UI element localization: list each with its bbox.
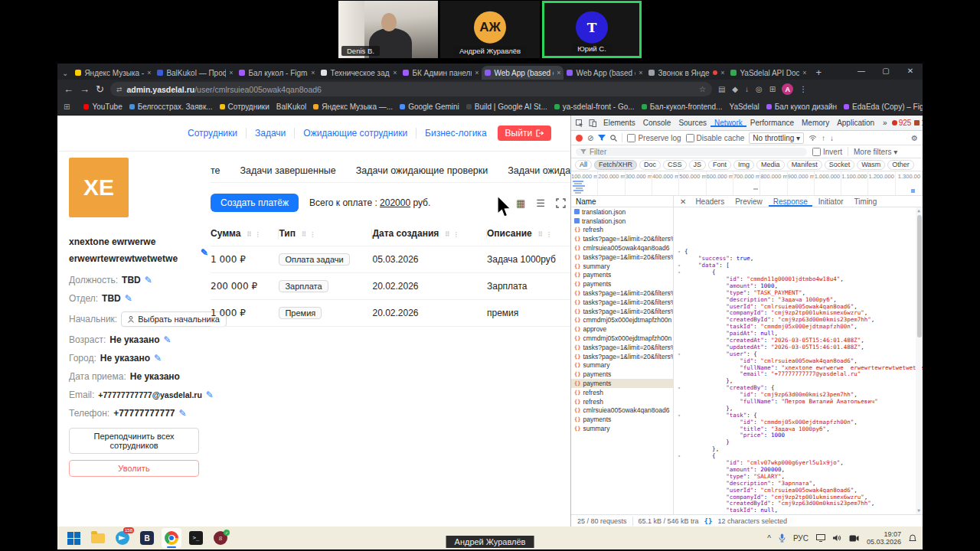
filter-chip[interactable]: CSS: [663, 160, 687, 170]
request-row[interactable]: {}payments: [571, 370, 673, 379]
filter-chip[interactable]: Doc: [639, 160, 661, 170]
filter-chip[interactable]: All: [575, 160, 592, 170]
filter-chip[interactable]: Manifest: [787, 160, 822, 170]
bookmark-item[interactable]: Сотрудники: [220, 103, 270, 111]
filter-chip[interactable]: Socket: [825, 160, 855, 170]
filter-chip[interactable]: Img: [733, 160, 754, 170]
filter-chip[interactable]: Media: [756, 160, 785, 170]
nav-link[interactable]: Бизнес-логика: [425, 128, 486, 139]
messenger-app-button[interactable]: B: [137, 528, 157, 548]
filter-chip[interactable]: Font: [708, 160, 731, 170]
grid-view-icon[interactable]: ▦: [516, 197, 525, 209]
requests-count[interactable]: 25 / 80 requests: [577, 517, 627, 525]
request-row[interactable]: translation.json: [571, 217, 673, 226]
devtools-tab-application[interactable]: Application: [833, 119, 878, 127]
request-row[interactable]: {}tasks?page=1&limit=20&filters%5...: [571, 289, 673, 298]
minimize-button[interactable]: —: [849, 64, 874, 78]
device-toolbar-icon[interactable]: [586, 119, 599, 127]
bookmark-item[interactable]: Build | Google AI St...: [466, 103, 547, 111]
fold-marker-icon[interactable]: ▾: [674, 453, 684, 460]
table-row[interactable]: 200 000 ₽Зарплата20.02.2026Зарплата: [211, 273, 570, 300]
subtab[interactable]: Задачи завершенные: [240, 165, 336, 176]
browser-menu-icon[interactable]: ⋮: [799, 85, 808, 93]
throttling-select[interactable]: No throttling ▾: [749, 132, 804, 144]
clock[interactable]: 19:0705.03.2026: [867, 530, 901, 546]
table-column-header[interactable]: Описание⠿ ⋮: [487, 221, 570, 246]
download-icon[interactable]: ↓: [745, 85, 749, 93]
back-button[interactable]: ←: [64, 83, 74, 95]
request-row[interactable]: {}summary: [571, 361, 673, 370]
devtools-more-tabs-icon[interactable]: »: [879, 116, 891, 130]
request-row[interactable]: {}payments: [571, 271, 673, 280]
export-har-icon[interactable]: ↓: [830, 134, 834, 142]
column-drag-handle-icon[interactable]: ⠿ ⋮: [302, 231, 316, 238]
close-button[interactable]: ✕: [898, 64, 923, 78]
scroll-up-icon[interactable]: ▲: [916, 207, 922, 214]
fold-marker-icon[interactable]: ▾: [674, 262, 684, 269]
tab-search-chevron-icon[interactable]: ⌄: [60, 69, 72, 80]
bookmark-item[interactable]: Яндекс Музыка —...: [313, 103, 393, 111]
response-tab-preview[interactable]: Preview: [730, 197, 767, 207]
devtools-tab-performance[interactable]: Performance: [746, 119, 798, 127]
browser-tab[interactable]: БК Админ панель (п×: [400, 66, 482, 80]
nav-link[interactable]: Сотрудники: [188, 128, 237, 139]
table-column-header[interactable]: Дата создания⠿ ⋮: [372, 221, 487, 246]
browser-profile-avatar[interactable]: A: [782, 83, 793, 95]
bookmark-item[interactable]: Бал-кукол-frontend...: [642, 103, 723, 111]
reload-button[interactable]: ↻: [96, 83, 104, 95]
disable-cache-checkbox[interactable]: Disable cache: [686, 134, 745, 142]
tray-expand-icon[interactable]: ^: [767, 534, 771, 543]
recorder-app-button[interactable]: 8✓: [211, 528, 230, 548]
fold-marker-icon[interactable]: ▾: [674, 249, 684, 256]
scroll-down-icon[interactable]: ▼: [916, 507, 922, 514]
request-row[interactable]: {}payments: [571, 379, 673, 388]
participant-tile[interactable]: TЮрий С.: [542, 1, 642, 58]
bookmark-item[interactable]: ya-sdelal-front - Go...: [554, 103, 635, 111]
network-overview-timeline[interactable]: 100.000 ms200.000 ms300.000 ms400.000 ms…: [571, 171, 923, 196]
request-row[interactable]: {}summary: [571, 424, 673, 433]
nav-link[interactable]: Задачи: [255, 128, 286, 139]
edit-field-icon[interactable]: ✎: [154, 353, 162, 364]
record-network-icon[interactable]: [576, 135, 583, 142]
devtools-tab-memory[interactable]: Memory: [798, 119, 833, 127]
bookmark-item[interactable]: EdaEda (Copy) – Fig...: [844, 103, 923, 111]
tab-close-icon[interactable]: ×: [229, 69, 233, 77]
forward-button[interactable]: →: [80, 83, 90, 95]
request-row[interactable]: {}payments: [571, 279, 673, 289]
tab-close-icon[interactable]: ×: [557, 69, 560, 77]
request-row[interactable]: {}summary: [571, 262, 673, 271]
tab-close-icon[interactable]: ×: [475, 69, 479, 77]
filter-chip[interactable]: Other: [887, 160, 914, 170]
extensions-puzzle-icon[interactable]: ⊞: [769, 85, 776, 93]
fold-marker-icon[interactable]: ▾: [674, 385, 684, 392]
edit-field-icon[interactable]: ✎: [125, 293, 132, 304]
bookmark-item[interactable]: Бал кукол дизайн: [766, 103, 837, 111]
tab-close-icon[interactable]: ×: [802, 69, 806, 77]
request-row[interactable]: {}approve: [571, 324, 673, 334]
subtab[interactable]: те: [211, 165, 220, 176]
issue-count-badge[interactable]: 1: [914, 119, 923, 127]
response-json-view[interactable]: ▲ ▼ ▾{ "success": true,▾ "data": [▾ { "i…: [674, 207, 923, 514]
bookmark-item[interactable]: YouTube: [83, 103, 122, 111]
request-row[interactable]: {}tasks?page=1&limit=20&filters%5...: [571, 352, 673, 361]
column-drag-handle-icon[interactable]: ⠿ ⋮: [445, 231, 459, 238]
request-row[interactable]: {}tasks?page=1&limit=20&filters%5...: [571, 343, 673, 352]
browser-tab[interactable]: Звонок в Яндекс×: [645, 66, 727, 80]
browser-tab[interactable]: Web App (based on×: [482, 66, 564, 80]
speaker-icon[interactable]: [833, 534, 841, 542]
request-row[interactable]: {}tasks?page=1&limit=20&filters%5...: [571, 253, 673, 262]
table-row[interactable]: 1 000 ₽Премия20.02.2026премия: [211, 300, 570, 327]
bookmark-star-icon[interactable]: ☆: [699, 85, 706, 93]
browser-tab[interactable]: Бал кукол - Figma×: [236, 66, 318, 80]
logout-button[interactable]: Выйти: [498, 126, 552, 141]
browser-tab[interactable]: BalKukol — Профиль×: [154, 66, 236, 80]
devtools-tab-sources[interactable]: Sources: [675, 119, 710, 127]
request-row[interactable]: {}cmlrsuiea005owak4qan8oad6: [571, 406, 673, 416]
more-filters-button[interactable]: More filters ▾: [854, 148, 897, 156]
table-row[interactable]: 1 000 ₽Оплата задачи05.03.2026Задача 100…: [211, 246, 570, 273]
participant-tile[interactable]: Denis B.: [338, 1, 438, 58]
filter-funnel-icon[interactable]: [598, 135, 606, 142]
edit-field-icon[interactable]: ✎: [163, 334, 171, 345]
total-due-amount[interactable]: 202000: [380, 197, 410, 208]
response-scrollbar-thumb[interactable]: [917, 215, 922, 337]
